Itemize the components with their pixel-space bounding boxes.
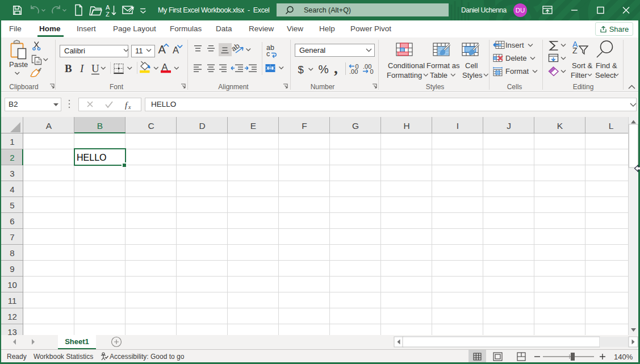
svg-text:140%: 140% <box>614 353 633 361</box>
svg-text:B: B <box>65 62 72 74</box>
svg-text:U: U <box>91 62 99 74</box>
svg-text:Z: Z <box>572 46 578 55</box>
svg-text:4: 4 <box>10 185 14 194</box>
svg-text:L: L <box>609 121 614 131</box>
svg-text:3: 3 <box>10 169 14 178</box>
svg-text:10: 10 <box>7 280 17 290</box>
svg-text:,: , <box>334 60 338 77</box>
svg-text:2: 2 <box>10 153 14 162</box>
svg-text:Z: Z <box>106 11 110 18</box>
svg-text:9: 9 <box>10 264 14 274</box>
svg-text:x: x <box>128 104 131 110</box>
svg-text:c: c <box>266 50 270 58</box>
svg-text:.00: .00 <box>349 68 358 75</box>
svg-text:13: 13 <box>7 327 17 335</box>
svg-text:D: D <box>199 121 205 131</box>
svg-text:1: 1 <box>10 137 14 147</box>
svg-text:8: 8 <box>10 248 14 258</box>
svg-text:0: 0 <box>370 68 374 75</box>
svg-text:I: I <box>457 121 459 131</box>
svg-text:ab: ab <box>229 41 241 53</box>
svg-text:HELLO: HELLO <box>77 153 106 162</box>
svg-text:$: $ <box>298 64 304 76</box>
svg-text:%: % <box>319 62 329 76</box>
svg-text:I: I <box>80 62 85 74</box>
svg-text:G: G <box>352 121 359 131</box>
svg-text:11: 11 <box>8 296 17 306</box>
svg-text:K: K <box>557 121 563 131</box>
svg-text:F: F <box>302 121 307 131</box>
svg-text:A: A <box>106 4 110 11</box>
svg-text:E: E <box>250 121 256 131</box>
svg-text:7: 7 <box>10 232 14 242</box>
svg-text:A: A <box>46 121 52 131</box>
svg-text:C: C <box>148 121 154 131</box>
svg-text:5: 5 <box>10 200 14 210</box>
svg-text:6: 6 <box>10 216 14 226</box>
svg-text:H: H <box>403 121 409 131</box>
svg-text:12: 12 <box>7 312 17 321</box>
svg-text:B: B <box>97 121 103 131</box>
svg-text:J: J <box>507 121 511 131</box>
